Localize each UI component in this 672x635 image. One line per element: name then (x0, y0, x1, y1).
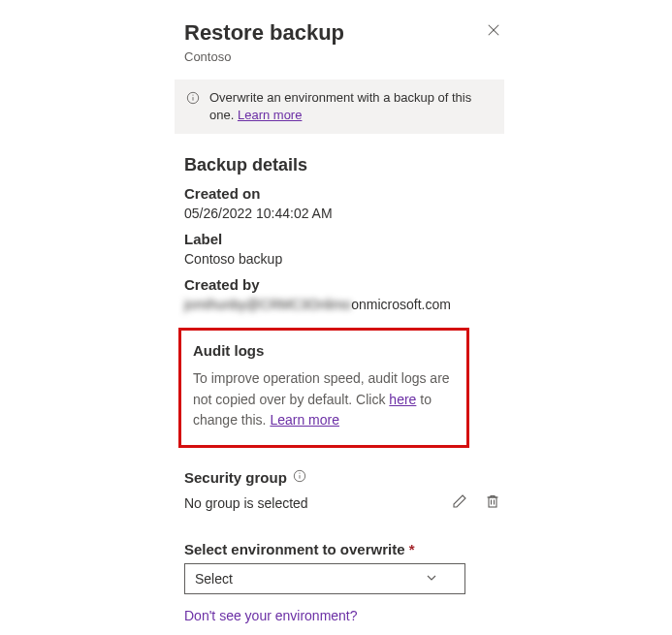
delete-security-group-button[interactable] (481, 490, 504, 516)
svg-rect-8 (489, 497, 496, 507)
security-group-value: No group is selected (184, 495, 308, 511)
environment-not-listed-link[interactable]: Don't see your environment? (184, 608, 358, 623)
backup-details-heading: Backup details (184, 155, 504, 175)
close-button[interactable] (483, 19, 504, 44)
audit-logs-callout: Audit logs To improve operation speed, a… (178, 328, 469, 448)
audit-heading: Audit logs (193, 342, 455, 359)
label-label: Label (184, 231, 504, 247)
created-by-suffix: onmicrosoft.com (351, 297, 451, 312)
pencil-icon (452, 497, 467, 512)
trash-icon (485, 497, 500, 512)
chevron-down-icon (426, 571, 437, 587)
label-value: Contoso backup (184, 251, 504, 267)
info-icon[interactable] (293, 469, 306, 486)
created-on-value: 05/26/2022 10:44:02 AM (184, 206, 504, 221)
created-on-label: Created on (184, 185, 504, 202)
restore-backup-panel: Restore backup Contoso Overwrite an envi… (0, 0, 672, 635)
security-group-label: Security group (184, 469, 504, 486)
environment-select-placeholder: Select (195, 571, 233, 587)
svg-point-7 (299, 473, 300, 474)
created-by-redacted: jomihunby@CRMC3Onlimo (184, 297, 351, 312)
info-icon (186, 91, 200, 108)
info-banner: Overwrite an environment with a backup o… (175, 79, 504, 134)
environment-select[interactable]: Select (184, 563, 465, 594)
audit-here-link[interactable]: here (389, 392, 416, 407)
created-by-label: Created by (184, 276, 504, 293)
audit-learn-more-link[interactable]: Learn more (270, 412, 339, 428)
panel-title: Restore backup (184, 19, 344, 48)
close-icon (487, 25, 500, 40)
banner-learn-more-link[interactable]: Learn more (238, 108, 302, 122)
environment-label: Select environment to overwrite * (184, 541, 504, 557)
edit-security-group-button[interactable] (448, 490, 471, 516)
audit-text: To improve operation speed, audit logs a… (193, 368, 455, 431)
panel-header: Restore backup Contoso (184, 19, 504, 64)
svg-point-4 (192, 94, 193, 95)
created-by-value: jomihunby@CRMC3Onlimoonmicrosoft.com (184, 297, 504, 312)
panel-subtitle: Contoso (184, 49, 344, 64)
required-asterisk: * (409, 541, 415, 557)
